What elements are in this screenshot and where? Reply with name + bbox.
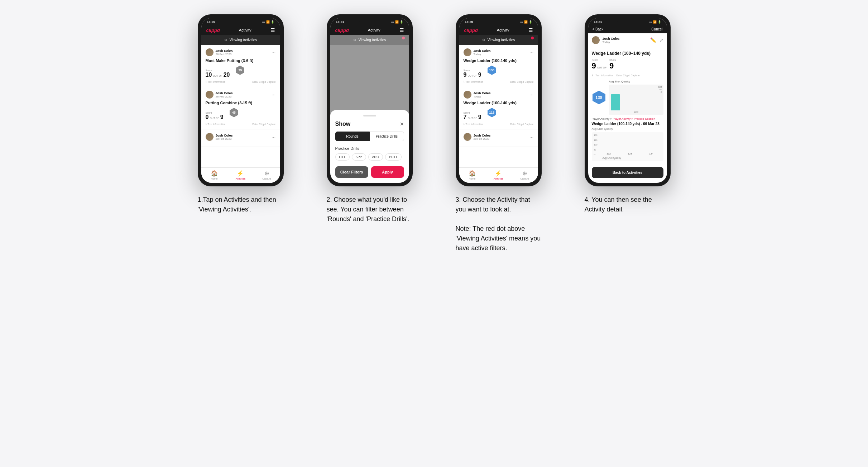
tag-app[interactable]: APP <box>352 153 366 161</box>
status-bar-1: 13:20 ▪▪▪ 📶 🔋 <box>201 18 280 25</box>
activity-card-3-3: Josh Coles 28 Feb 2023 ··· <box>459 129 538 147</box>
detail-activity-title: Wedge Ladder (100–140 yds) <box>592 51 663 56</box>
cancel-button[interactable]: Cancel <box>651 27 662 31</box>
signal-icon-1: ▪▪▪ <box>262 20 265 24</box>
expand-icon[interactable]: ⤢ <box>659 37 663 43</box>
detail-shots-val: 9 <box>609 61 614 70</box>
battery-icon-1: 🔋 <box>271 20 274 24</box>
nav-title-2: Activity <box>368 28 380 32</box>
phone-column-1: 13:20 ▪▪▪ 📶 🔋 clippd Activity ☰ ⚙ <box>183 14 298 214</box>
description-3: 3. Choose the Activity that you want to … <box>456 195 542 253</box>
user-date-1-2: 28 Feb 2023 <box>216 95 233 98</box>
activities-label-1: Activities <box>236 177 246 180</box>
user-name-3-3: Josh Coles <box>474 134 491 137</box>
phone-screen-1: 13:20 ▪▪▪ 📶 🔋 clippd Activity ☰ ⚙ <box>201 18 280 183</box>
signal-icon-4: ▪▪▪ <box>649 20 652 24</box>
shots-value-1-2: 9 <box>220 114 224 120</box>
info-text-4: Test Information <box>596 74 614 77</box>
tab-activities-1[interactable]: ⚡ Activities <box>227 170 254 180</box>
card-footer-1-2: ℹ Test Information Data: Clippd Capture <box>206 123 276 125</box>
more-dots-3-3[interactable]: ··· <box>529 134 534 139</box>
card-footer-1-1: ℹ Test Information Data: Clippd Capture <box>206 80 276 83</box>
back-button[interactable]: < Back <box>593 27 604 31</box>
tag-putt[interactable]: PUTT <box>385 153 402 161</box>
apply-button[interactable]: Apply <box>371 166 404 178</box>
activity-card-3-1[interactable]: Josh Coles Today ··· Wedge Ladder (100-1… <box>459 45 538 87</box>
tab-capture-3[interactable]: ⊕ Capture <box>512 170 538 180</box>
tab-bar-3: 🏠 Home ⚡ Activities ⊕ Capture <box>459 167 538 183</box>
user-details-3-1: Josh Coles Today <box>474 49 491 56</box>
score-outof-1-1: OUT OF <box>213 75 222 77</box>
user-info-3-1: Josh Coles Today <box>464 48 491 56</box>
session-chart: 1401201008060 132 129 <box>592 132 663 161</box>
more-dots-1-3[interactable]: ··· <box>272 134 276 139</box>
user-info-1-1: Josh Coles 28 Feb 2023 <box>206 48 233 56</box>
more-dots-3-2[interactable]: ··· <box>529 92 534 97</box>
activity-card-1-1[interactable]: Josh Coles 28 Feb 2023 ··· Must Make Put… <box>201 45 280 87</box>
practice-toggle[interactable]: Practice Drills <box>370 132 404 141</box>
clear-filters-button[interactable]: Clear Filters <box>335 166 368 178</box>
tag-ott[interactable]: OTT <box>335 153 350 161</box>
chart-bar-4 <box>611 94 620 110</box>
activity-card-1-2[interactable]: Josh Coles 28 Feb 2023 ··· Putting Combi… <box>201 87 280 129</box>
score-group-1-2: Score 0 OUT OF 9 <box>206 111 224 120</box>
tag-arg[interactable]: ARG <box>368 153 383 161</box>
activities-icon-1: ⚡ <box>237 170 244 177</box>
filter-header: Show ✕ <box>335 121 404 127</box>
signal-icon-3: ▪▪▪ <box>520 20 523 24</box>
phone-column-4: 13:21 ▪▪▪ 📶 🔋 < Back Cancel <box>570 14 685 214</box>
filter-actions: Clear Filters Apply <box>335 166 404 178</box>
phone-screen-4: 13:21 ▪▪▪ 📶 🔋 < Back Cancel <box>588 18 667 183</box>
nav-bar-1: clippd Activity ☰ <box>201 25 280 35</box>
footer-right-3-2: Data: Clippd Capture <box>510 123 533 125</box>
menu-icon-2[interactable]: ☰ <box>399 27 404 33</box>
user-name-3-1: Josh Coles <box>474 49 491 53</box>
footer-left-1-2: ℹ Test Information <box>206 123 226 125</box>
viewing-banner-2[interactable]: ⚙ Viewing Activities <box>330 35 409 45</box>
shots-value-3-1: 9 <box>478 72 481 78</box>
more-dots-3-1[interactable]: ··· <box>529 50 534 55</box>
tab-home-3[interactable]: 🏠 Home <box>459 170 485 180</box>
avatar-3-3 <box>464 133 471 141</box>
user-name-3-2: Josh Coles <box>474 91 491 95</box>
red-dot-2 <box>402 37 405 39</box>
home-icon-3: 🏠 <box>469 170 476 177</box>
edit-icon[interactable]: ✏️ <box>650 37 656 43</box>
detail-shots-label: Shots <box>609 59 616 61</box>
session-sub-label: Avg Shot Quality <box>592 127 663 130</box>
menu-icon-3[interactable]: ☰ <box>528 27 533 33</box>
close-button[interactable]: ✕ <box>400 121 404 127</box>
footer-left-3-2: ℹ Test Information <box>464 123 484 125</box>
menu-icon-1[interactable]: ☰ <box>270 27 275 33</box>
description-2: 2. Choose what you'd like to see. You ca… <box>327 195 413 224</box>
banner-text-3: Viewing Activities <box>488 38 515 42</box>
quality-badge-1-2: 45 <box>229 107 239 118</box>
tab-capture-1[interactable]: ⊕ Capture <box>254 170 280 180</box>
tab-activities-3[interactable]: ⚡ Activities <box>485 170 512 180</box>
shots-value-1-1: 20 <box>224 72 230 78</box>
score-label-1-2: Score <box>206 111 224 114</box>
user-details-3-2: Josh Coles Today <box>474 91 491 98</box>
activity-card-3-2[interactable]: Josh Coles Today ··· Wedge Ladder (100-1… <box>459 87 538 129</box>
rounds-toggle[interactable]: Rounds <box>335 132 370 141</box>
detail-score-col: Score 9 OUT OF <box>592 59 607 71</box>
back-to-activities-button[interactable]: Back to Activities <box>592 167 663 178</box>
user-info-1-3: Josh Coles 28 Feb 2023 <box>206 133 233 141</box>
status-icons-1: ▪▪▪ 📶 🔋 <box>262 20 274 24</box>
tab-home-1[interactable]: 🏠 Home <box>201 170 227 180</box>
filter-modal: Show ✕ Rounds Practice Drills Practice D… <box>330 45 409 183</box>
user-details-1-2: Josh Coles 28 Feb 2023 <box>216 91 233 98</box>
more-dots-1-1[interactable]: ··· <box>272 50 276 55</box>
viewing-banner-3[interactable]: ⚙ Viewing Activities <box>459 35 538 45</box>
quality-badge-1-1: 75 <box>235 65 245 76</box>
score-outof-1-2: OUT OF <box>210 117 219 119</box>
nav-title-3: Activity <box>497 28 509 32</box>
activity-title-1-1: Must Make Putting (3-6 ft) <box>206 58 276 63</box>
viewing-banner-1[interactable]: ⚙ Viewing Activities <box>201 35 280 45</box>
more-dots-1-2[interactable]: ··· <box>272 92 276 97</box>
battery-icon-4: 🔋 <box>658 20 661 24</box>
chart-x-label-4: APP <box>610 111 662 114</box>
battery-icon-3: 🔋 <box>529 20 532 24</box>
capture-label-3: Capture <box>520 177 529 180</box>
avatar-1-2 <box>206 91 214 99</box>
